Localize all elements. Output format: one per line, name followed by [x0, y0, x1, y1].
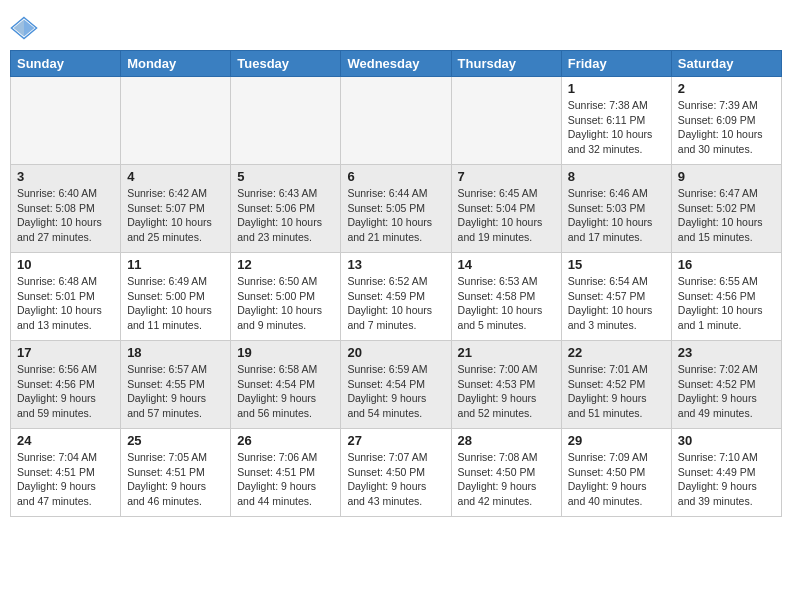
calendar-cell: 28Sunrise: 7:08 AM Sunset: 4:50 PM Dayli… — [451, 429, 561, 517]
calendar-week-row: 17Sunrise: 6:56 AM Sunset: 4:56 PM Dayli… — [11, 341, 782, 429]
calendar-cell: 30Sunrise: 7:10 AM Sunset: 4:49 PM Dayli… — [671, 429, 781, 517]
day-info: Sunrise: 7:00 AM Sunset: 4:53 PM Dayligh… — [458, 362, 555, 421]
day-info: Sunrise: 7:04 AM Sunset: 4:51 PM Dayligh… — [17, 450, 114, 509]
weekday-header-friday: Friday — [561, 51, 671, 77]
day-info: Sunrise: 6:40 AM Sunset: 5:08 PM Dayligh… — [17, 186, 114, 245]
day-number: 11 — [127, 257, 224, 272]
day-number: 15 — [568, 257, 665, 272]
day-info: Sunrise: 7:08 AM Sunset: 4:50 PM Dayligh… — [458, 450, 555, 509]
calendar-cell: 26Sunrise: 7:06 AM Sunset: 4:51 PM Dayli… — [231, 429, 341, 517]
weekday-header-saturday: Saturday — [671, 51, 781, 77]
day-info: Sunrise: 7:02 AM Sunset: 4:52 PM Dayligh… — [678, 362, 775, 421]
weekday-header-tuesday: Tuesday — [231, 51, 341, 77]
calendar-cell: 7Sunrise: 6:45 AM Sunset: 5:04 PM Daylig… — [451, 165, 561, 253]
day-info: Sunrise: 6:56 AM Sunset: 4:56 PM Dayligh… — [17, 362, 114, 421]
day-number: 25 — [127, 433, 224, 448]
calendar-cell — [231, 77, 341, 165]
calendar-cell: 14Sunrise: 6:53 AM Sunset: 4:58 PM Dayli… — [451, 253, 561, 341]
day-info: Sunrise: 6:43 AM Sunset: 5:06 PM Dayligh… — [237, 186, 334, 245]
calendar-cell: 3Sunrise: 6:40 AM Sunset: 5:08 PM Daylig… — [11, 165, 121, 253]
day-info: Sunrise: 6:59 AM Sunset: 4:54 PM Dayligh… — [347, 362, 444, 421]
calendar-cell: 15Sunrise: 6:54 AM Sunset: 4:57 PM Dayli… — [561, 253, 671, 341]
day-info: Sunrise: 6:53 AM Sunset: 4:58 PM Dayligh… — [458, 274, 555, 333]
day-info: Sunrise: 6:47 AM Sunset: 5:02 PM Dayligh… — [678, 186, 775, 245]
day-number: 27 — [347, 433, 444, 448]
day-number: 8 — [568, 169, 665, 184]
day-number: 22 — [568, 345, 665, 360]
calendar-cell — [451, 77, 561, 165]
calendar-cell: 19Sunrise: 6:58 AM Sunset: 4:54 PM Dayli… — [231, 341, 341, 429]
day-number: 12 — [237, 257, 334, 272]
day-info: Sunrise: 6:57 AM Sunset: 4:55 PM Dayligh… — [127, 362, 224, 421]
day-number: 13 — [347, 257, 444, 272]
calendar-cell: 2Sunrise: 7:39 AM Sunset: 6:09 PM Daylig… — [671, 77, 781, 165]
day-number: 7 — [458, 169, 555, 184]
day-number: 3 — [17, 169, 114, 184]
weekday-header-sunday: Sunday — [11, 51, 121, 77]
calendar-cell: 25Sunrise: 7:05 AM Sunset: 4:51 PM Dayli… — [121, 429, 231, 517]
calendar-cell: 12Sunrise: 6:50 AM Sunset: 5:00 PM Dayli… — [231, 253, 341, 341]
calendar-week-row: 1Sunrise: 7:38 AM Sunset: 6:11 PM Daylig… — [11, 77, 782, 165]
calendar-cell: 18Sunrise: 6:57 AM Sunset: 4:55 PM Dayli… — [121, 341, 231, 429]
calendar-week-row: 3Sunrise: 6:40 AM Sunset: 5:08 PM Daylig… — [11, 165, 782, 253]
day-number: 29 — [568, 433, 665, 448]
calendar-cell: 10Sunrise: 6:48 AM Sunset: 5:01 PM Dayli… — [11, 253, 121, 341]
day-number: 17 — [17, 345, 114, 360]
page-header — [10, 10, 782, 42]
calendar-table: SundayMondayTuesdayWednesdayThursdayFrid… — [10, 50, 782, 517]
day-number: 28 — [458, 433, 555, 448]
day-number: 4 — [127, 169, 224, 184]
calendar-week-row: 10Sunrise: 6:48 AM Sunset: 5:01 PM Dayli… — [11, 253, 782, 341]
calendar-week-row: 24Sunrise: 7:04 AM Sunset: 4:51 PM Dayli… — [11, 429, 782, 517]
calendar-cell: 21Sunrise: 7:00 AM Sunset: 4:53 PM Dayli… — [451, 341, 561, 429]
day-info: Sunrise: 7:06 AM Sunset: 4:51 PM Dayligh… — [237, 450, 334, 509]
day-info: Sunrise: 6:52 AM Sunset: 4:59 PM Dayligh… — [347, 274, 444, 333]
day-info: Sunrise: 7:07 AM Sunset: 4:50 PM Dayligh… — [347, 450, 444, 509]
calendar-cell: 13Sunrise: 6:52 AM Sunset: 4:59 PM Dayli… — [341, 253, 451, 341]
calendar-cell: 1Sunrise: 7:38 AM Sunset: 6:11 PM Daylig… — [561, 77, 671, 165]
calendar-cell: 23Sunrise: 7:02 AM Sunset: 4:52 PM Dayli… — [671, 341, 781, 429]
day-info: Sunrise: 6:44 AM Sunset: 5:05 PM Dayligh… — [347, 186, 444, 245]
weekday-header-row: SundayMondayTuesdayWednesdayThursdayFrid… — [11, 51, 782, 77]
day-info: Sunrise: 7:09 AM Sunset: 4:50 PM Dayligh… — [568, 450, 665, 509]
day-info: Sunrise: 6:55 AM Sunset: 4:56 PM Dayligh… — [678, 274, 775, 333]
day-number: 26 — [237, 433, 334, 448]
day-info: Sunrise: 6:45 AM Sunset: 5:04 PM Dayligh… — [458, 186, 555, 245]
day-info: Sunrise: 7:38 AM Sunset: 6:11 PM Dayligh… — [568, 98, 665, 157]
day-info: Sunrise: 7:05 AM Sunset: 4:51 PM Dayligh… — [127, 450, 224, 509]
calendar-cell: 11Sunrise: 6:49 AM Sunset: 5:00 PM Dayli… — [121, 253, 231, 341]
day-number: 30 — [678, 433, 775, 448]
day-number: 20 — [347, 345, 444, 360]
calendar-cell: 27Sunrise: 7:07 AM Sunset: 4:50 PM Dayli… — [341, 429, 451, 517]
day-info: Sunrise: 6:58 AM Sunset: 4:54 PM Dayligh… — [237, 362, 334, 421]
weekday-header-monday: Monday — [121, 51, 231, 77]
logo-icon — [10, 14, 38, 42]
day-info: Sunrise: 6:48 AM Sunset: 5:01 PM Dayligh… — [17, 274, 114, 333]
day-number: 2 — [678, 81, 775, 96]
day-number: 10 — [17, 257, 114, 272]
calendar-cell: 29Sunrise: 7:09 AM Sunset: 4:50 PM Dayli… — [561, 429, 671, 517]
calendar-cell: 16Sunrise: 6:55 AM Sunset: 4:56 PM Dayli… — [671, 253, 781, 341]
day-info: Sunrise: 7:01 AM Sunset: 4:52 PM Dayligh… — [568, 362, 665, 421]
day-info: Sunrise: 7:39 AM Sunset: 6:09 PM Dayligh… — [678, 98, 775, 157]
calendar-cell: 17Sunrise: 6:56 AM Sunset: 4:56 PM Dayli… — [11, 341, 121, 429]
calendar-cell: 22Sunrise: 7:01 AM Sunset: 4:52 PM Dayli… — [561, 341, 671, 429]
day-info: Sunrise: 6:42 AM Sunset: 5:07 PM Dayligh… — [127, 186, 224, 245]
day-number: 9 — [678, 169, 775, 184]
day-info: Sunrise: 6:46 AM Sunset: 5:03 PM Dayligh… — [568, 186, 665, 245]
weekday-header-wednesday: Wednesday — [341, 51, 451, 77]
calendar-cell: 9Sunrise: 6:47 AM Sunset: 5:02 PM Daylig… — [671, 165, 781, 253]
logo — [10, 14, 42, 42]
calendar-cell: 24Sunrise: 7:04 AM Sunset: 4:51 PM Dayli… — [11, 429, 121, 517]
weekday-header-thursday: Thursday — [451, 51, 561, 77]
day-number: 5 — [237, 169, 334, 184]
day-info: Sunrise: 7:10 AM Sunset: 4:49 PM Dayligh… — [678, 450, 775, 509]
calendar-cell — [11, 77, 121, 165]
day-number: 1 — [568, 81, 665, 96]
calendar-cell: 6Sunrise: 6:44 AM Sunset: 5:05 PM Daylig… — [341, 165, 451, 253]
calendar-cell: 4Sunrise: 6:42 AM Sunset: 5:07 PM Daylig… — [121, 165, 231, 253]
day-number: 19 — [237, 345, 334, 360]
calendar-cell — [341, 77, 451, 165]
day-info: Sunrise: 6:49 AM Sunset: 5:00 PM Dayligh… — [127, 274, 224, 333]
day-number: 18 — [127, 345, 224, 360]
